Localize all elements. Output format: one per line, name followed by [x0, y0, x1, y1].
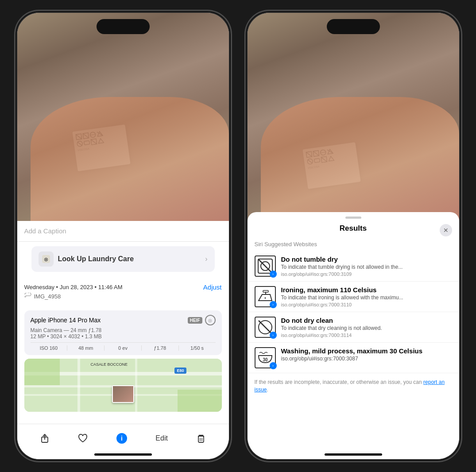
edit-button[interactable]: Edit [155, 434, 168, 442]
svg-text:30: 30 [263, 357, 268, 362]
map-park2 [178, 390, 222, 412]
exif-focal: 48 mm [67, 345, 104, 351]
photo-info-content: Add a Caption ⊗ Look Up Laundry Care › W… [17, 221, 229, 424]
no-dry-clean-icon: › [255, 317, 276, 338]
footer-prefix: If the results are incomplete, inaccurat… [255, 379, 424, 385]
filename-text: IMG_4958 [34, 293, 61, 300]
result-2-content: Ironing, maximum 110 Celsius To indicate… [281, 286, 452, 307]
map-background: CASALE BOCCONE E80 [24, 359, 222, 412]
date-row: Wednesday • Jun 28, 2023 • 11:46 AM Adju… [24, 283, 222, 291]
map-road-v2 [135, 359, 137, 412]
close-button[interactable]: ✕ [440, 224, 452, 236]
result-2-url: iso.org/obp/ui#iso:grs:7000:3110 [281, 302, 452, 307]
result-2-blue-dot: › [270, 301, 277, 308]
hand-overlay [31, 97, 229, 221]
svg-rect-20 [198, 436, 204, 442]
result-item-4[interactable]: 30 › Washing, mild process, maximum 30 C… [248, 343, 459, 373]
results-header: Results ✕ [248, 224, 459, 237]
no-tumble-icon: › [255, 255, 276, 277]
result-1-title: Do not tumble dry [281, 255, 452, 263]
home-indicator-1 [94, 453, 152, 456]
info-button[interactable]: i [116, 433, 128, 444]
phone-1-screen: VISCOSA Add a Caption ⊗ Look Up Laundry … [17, 13, 229, 459]
result-4-blue-dot: › [270, 362, 277, 369]
result-4-desc: iso.org/obp/ui#iso:grs:7000:3087 [281, 356, 452, 363]
map-thumbnail [112, 385, 134, 403]
svg-text:i: i [121, 435, 123, 442]
result-item-3[interactable]: › Do not dry clean To indicate that dry … [248, 312, 459, 343]
heart-icon [78, 433, 88, 443]
map-park1 [24, 359, 60, 385]
lookup-icon: ⊗ [39, 251, 54, 267]
lookup-container: ⊗ Look Up Laundry Care › [17, 242, 229, 276]
share-button[interactable] [40, 433, 50, 443]
exif-aperture: ƒ1.78 [142, 345, 179, 351]
result-item-1[interactable]: › Do not tumble dry To indicate that tum… [248, 251, 459, 282]
result-3-content: Do not dry clean To indicate that dry cl… [281, 317, 452, 338]
map-location-label: CASALE BOCCONE [91, 362, 128, 367]
delete-button[interactable] [196, 433, 206, 443]
device-badges: HEIF ◎ [188, 315, 216, 325]
map-section[interactable]: CASALE BOCCONE E80 [24, 359, 222, 412]
result-3-desc: To indicate that dry cleaning is not all… [281, 325, 452, 332]
drag-handle[interactable] [345, 217, 361, 219]
svg-text:⊗: ⊗ [44, 256, 48, 263]
result-2-title: Ironing, maximum 110 Celsius [281, 286, 452, 294]
result-item-2[interactable]: › Ironing, maximum 110 Celsius To indica… [248, 282, 459, 312]
map-highway-badge: E80 [174, 368, 186, 374]
result-1-blue-dot: › [270, 271, 277, 278]
lookup-chevron: › [205, 255, 207, 263]
power-button[interactable] [231, 100, 232, 131]
result-3-blue-dot: › [270, 332, 277, 339]
mute-button[interactable] [15, 82, 15, 100]
photo-date: Wednesday • Jun 28, 2023 • 11:46 AM [24, 284, 123, 290]
caption-area[interactable]: Add a Caption [17, 221, 229, 242]
exif-iso: ISO 160 [31, 345, 68, 351]
wash-30-icon: 30 › [255, 347, 276, 368]
exif-row: ISO 160 48 mm 0 ev ƒ1.78 1/50 s [31, 342, 216, 351]
photo-area: VISCOSA [17, 13, 229, 221]
lookup-row[interactable]: ⊗ Look Up Laundry Care › [31, 246, 215, 272]
svg-point-44 [264, 298, 266, 299]
phone2-volume-up-button[interactable] [245, 108, 246, 135]
caption-placeholder: Add a Caption [24, 227, 66, 235]
lookup-text: Look Up Laundry Care [58, 255, 134, 263]
exif-shutter: 1/50 s [179, 345, 216, 351]
svg-line-39 [258, 259, 272, 273]
footer-suffix: . [267, 387, 268, 393]
metadata-section: Wednesday • Jun 28, 2023 • 11:46 AM Adju… [17, 276, 229, 307]
phone2-photo-area: VISCOSA [248, 13, 459, 221]
result-1-desc: To indicate that tumble drying is not al… [281, 264, 452, 271]
device-name-row: Apple iPhone 14 Pro Max HEIF ◎ [31, 315, 216, 325]
phone2-dynamic-island [327, 19, 380, 34]
lookup-bold: Laundry Care [88, 255, 134, 263]
result-1-content: Do not tumble dry To indicate that tumbl… [281, 255, 452, 277]
device-name-text: Apple iPhone 14 Pro Max [31, 317, 101, 324]
svg-rect-42 [263, 290, 268, 292]
siri-section-label: Siri Suggested Websites [248, 237, 459, 251]
heif-badge: HEIF [188, 317, 202, 324]
volume-down-button[interactable] [15, 142, 15, 168]
circle-options-icon[interactable]: ◎ [205, 315, 216, 325]
filename-row: IMG_4958 [24, 293, 222, 300]
iron-icon: › [255, 286, 276, 307]
phone2-volume-down-button[interactable] [245, 142, 246, 168]
phone2-hand-overlay [261, 97, 459, 221]
edit-label: Edit [155, 434, 168, 442]
map-road-v1 [77, 359, 80, 412]
home-indicator-2 [325, 453, 382, 456]
adjust-button[interactable]: Adjust [203, 283, 222, 291]
results-title: Results [340, 224, 367, 233]
footer-text: If the results are incomplete, inaccurat… [248, 373, 459, 399]
phone2-mute-button[interactable] [245, 82, 246, 100]
result-2-desc: To indicate that ironing is allowed with… [281, 294, 452, 302]
phone2-power-button[interactable] [461, 100, 462, 131]
volume-up-button[interactable] [15, 108, 15, 135]
info-icon: i [116, 433, 128, 444]
result-3-url: iso.org/obp/ui#iso:grs:7000:3114 [281, 333, 452, 338]
device-specs: 12 MP • 3024 × 4032 • 1.3 MB [31, 333, 216, 340]
map-thumb-img [113, 386, 133, 402]
like-button[interactable] [78, 433, 88, 443]
result-3-title: Do not dry clean [281, 317, 452, 324]
share-icon [40, 433, 50, 443]
